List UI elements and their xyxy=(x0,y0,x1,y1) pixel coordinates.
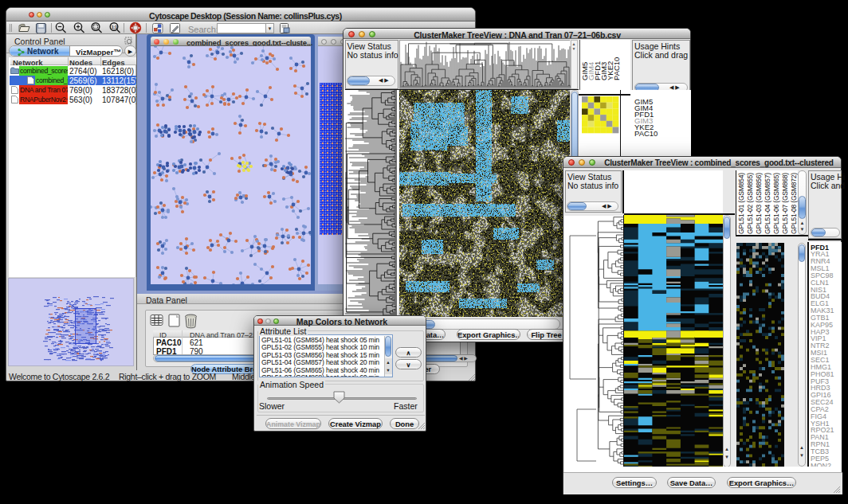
svg-text:GPL51-06 (GSM865): GPL51-06 (GSM865) xyxy=(772,173,780,234)
svg-text:GPL51-04 (GSM857): GPL51-04 (GSM857) xyxy=(764,173,771,234)
svg-text:GPL51-01 (GSM854): GPL51-01 (GSM854) xyxy=(737,173,745,234)
svg-text:PAC10: PAC10 xyxy=(612,57,621,80)
svg-text:GPL51-03 (GSM856): GPL51-03 (GSM856) xyxy=(755,173,763,234)
svg-text:GPL51-07 (GSM868): GPL51-07 (GSM868) xyxy=(781,173,789,234)
svg-text:1:1: 1:1 xyxy=(112,25,117,29)
svg-text:GPL51-02 (GSM855): GPL51-02 (GSM855) xyxy=(746,173,754,234)
svg-text:GPL51-08 (GSM872): GPL51-08 (GSM872) xyxy=(790,173,798,234)
